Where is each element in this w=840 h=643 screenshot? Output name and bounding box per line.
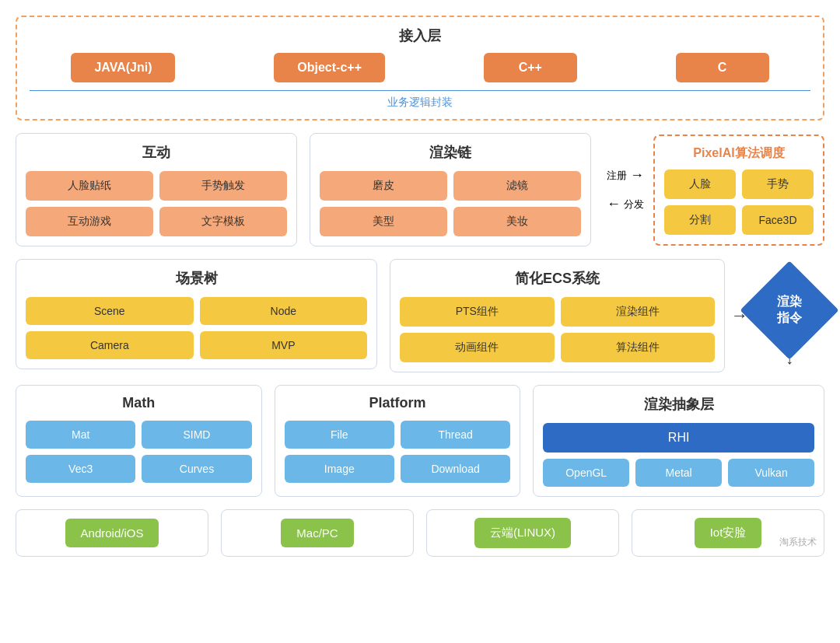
btn-image[interactable]: Image xyxy=(285,455,394,483)
btn-mat[interactable]: Mat xyxy=(26,421,135,449)
pixelai-area: 注册 → 分发 ← PixelAI算法调度 人脸 手势 分割 Face3D xyxy=(604,133,824,246)
btn-vulkan[interactable]: Vulkan xyxy=(728,459,814,487)
btn-thread[interactable]: Thread xyxy=(401,421,510,449)
btn-interactive-game[interactable]: 互动游戏 xyxy=(26,207,153,236)
scene-ecs-row: 场景树 Scene Node Camera MVP 简化ECS系统 PTS组件 … xyxy=(16,259,824,372)
render-command-text: 渲染指令 xyxy=(777,294,802,327)
btn-simd[interactable]: SIMD xyxy=(142,421,251,449)
abstract-layer-title: 渲染抽象层 xyxy=(543,395,814,414)
platform-title: Platform xyxy=(285,395,511,411)
btn-render-component[interactable]: 渲染组件 xyxy=(561,297,715,327)
btn-filter[interactable]: 滤镜 xyxy=(453,171,581,201)
pixelai-box: PixelAI算法调度 人脸 手势 分割 Face3D xyxy=(653,135,824,246)
btn-algorithm-component[interactable]: 算法组件 xyxy=(561,333,715,362)
btn-mac-pc[interactable]: Mac/PC xyxy=(281,519,353,547)
btn-meixin[interactable]: 美型 xyxy=(320,207,447,236)
rhi-sub-grid: OpenGL Metal Vulkan xyxy=(543,459,814,487)
register-arrow: 注册 → xyxy=(607,167,644,183)
platform-iot: Iot安脸 xyxy=(632,509,824,557)
diamond-area: 渲染指令 ↓ xyxy=(754,260,824,372)
math-section: Math Mat SIMD Vec3 Curves xyxy=(16,385,262,497)
platform-android: Android/iOS xyxy=(16,509,208,557)
access-buttons-row: JAVA(Jni) Object-c++ C++ C xyxy=(30,53,810,82)
scene-tree-title: 场景树 xyxy=(26,269,367,288)
btn-java[interactable]: JAVA(Jni) xyxy=(71,53,175,82)
distribute-label: 分发 xyxy=(624,197,644,211)
btn-scene[interactable]: Scene xyxy=(26,297,194,325)
btn-download[interactable]: Download xyxy=(401,455,510,483)
btn-makeup[interactable]: 美妆 xyxy=(453,207,581,236)
btn-mopi[interactable]: 磨皮 xyxy=(320,171,447,201)
btn-curves[interactable]: Curves xyxy=(142,455,251,483)
ecs-grid: PTS组件 渲染组件 动画组件 算法组件 xyxy=(400,297,715,362)
render-chain-section: 渲染链 磨皮 滤镜 美型 美妆 xyxy=(310,133,591,246)
btn-cloud[interactable]: 云端(LINUX) xyxy=(474,518,571,548)
platform-mac: Mac/PC xyxy=(221,509,414,557)
btn-mvp[interactable]: MVP xyxy=(200,331,368,359)
btn-camera[interactable]: Camera xyxy=(26,331,194,359)
arrow-left-icon: ← xyxy=(607,196,621,212)
interactive-grid: 人脸贴纸 手势触发 互动游戏 文字模板 xyxy=(26,171,287,236)
btn-node[interactable]: Node xyxy=(200,297,368,325)
platform-grid: File Thread Image Download xyxy=(285,421,511,483)
ecs-area: 简化ECS系统 PTS组件 渲染组件 动画组件 算法组件 → 渲染指令 ↓ xyxy=(390,259,824,372)
ecs-section: 简化ECS系统 PTS组件 渲染组件 动画组件 算法组件 xyxy=(390,259,725,372)
render-chain-grid: 磨皮 滤镜 美型 美妆 xyxy=(320,171,581,236)
btn-gesture-trigger[interactable]: 手势触发 xyxy=(159,171,287,201)
btn-animation[interactable]: 动画组件 xyxy=(400,333,554,362)
btn-text-template[interactable]: 文字模板 xyxy=(159,207,287,236)
bottom-main-row: Math Mat SIMD Vec3 Curves Platform File … xyxy=(16,385,824,497)
btn-android-ios[interactable]: Android/iOS xyxy=(65,519,159,547)
watermark: 淘系技术 xyxy=(779,536,817,549)
math-title: Math xyxy=(26,395,252,411)
btn-cpp[interactable]: C++ xyxy=(484,53,577,82)
render-command-diamond: 渲染指令 xyxy=(740,260,838,359)
interactive-title: 互动 xyxy=(26,143,287,162)
btn-c[interactable]: C xyxy=(676,53,769,82)
arrows-container: 注册 → 分发 ← xyxy=(604,167,647,212)
distribute-arrow: 分发 ← xyxy=(607,196,644,212)
btn-vec3[interactable]: Vec3 xyxy=(26,455,135,483)
btn-opengl[interactable]: OpenGL xyxy=(543,459,629,487)
bottom-platform-row: Android/iOS Mac/PC 云端(LINUX) Iot安脸 xyxy=(16,509,824,557)
middle-row-1: 互动 人脸贴纸 手势触发 互动游戏 文字模板 渲染链 磨皮 滤镜 美型 美妆 注… xyxy=(16,133,824,246)
btn-face[interactable]: 人脸 xyxy=(664,169,736,199)
scene-tree-section: 场景树 Scene Node Camera MVP xyxy=(16,259,377,369)
btn-metal[interactable]: Metal xyxy=(635,459,722,487)
register-label: 注册 xyxy=(607,169,627,183)
scene-tree-grid: Scene Node Camera MVP xyxy=(26,297,367,359)
btn-pts[interactable]: PTS组件 xyxy=(400,297,554,327)
ecs-title: 简化ECS系统 xyxy=(400,269,715,288)
btn-objc[interactable]: Object-c++ xyxy=(274,53,385,82)
access-layer-title: 接入层 xyxy=(30,26,810,45)
btn-gesture[interactable]: 手势 xyxy=(742,169,814,199)
abstract-layer: 渲染抽象层 RHI OpenGL Metal Vulkan xyxy=(533,385,824,497)
pixelai-title: PixelAI算法调度 xyxy=(664,145,814,162)
arrow-right-icon: → xyxy=(630,167,644,183)
pixelai-grid: 人脸 手势 分割 Face3D xyxy=(664,169,814,235)
btn-iot[interactable]: Iot安脸 xyxy=(695,518,762,548)
btn-face3d[interactable]: Face3D xyxy=(742,205,814,235)
btn-segment[interactable]: 分割 xyxy=(664,205,736,235)
btn-rhi[interactable]: RHI xyxy=(543,423,814,453)
btn-face-sticker[interactable]: 人脸贴纸 xyxy=(26,171,153,201)
business-label: 业务逻辑封装 xyxy=(30,90,810,110)
btn-file[interactable]: File xyxy=(285,421,394,449)
interactive-section: 互动 人脸贴纸 手势触发 互动游戏 文字模板 xyxy=(16,133,297,246)
architecture-diagram: 接入层 JAVA(Jni) Object-c++ C++ C 业务逻辑封装 互动… xyxy=(16,16,824,557)
platform-section: Platform File Thread Image Download xyxy=(275,385,521,497)
math-grid: Mat SIMD Vec3 Curves xyxy=(26,421,252,483)
platform-cloud: 云端(LINUX) xyxy=(426,509,619,557)
access-layer-container: 接入层 JAVA(Jni) Object-c++ C++ C 业务逻辑封装 xyxy=(16,16,824,121)
render-chain-title: 渲染链 xyxy=(320,143,581,162)
